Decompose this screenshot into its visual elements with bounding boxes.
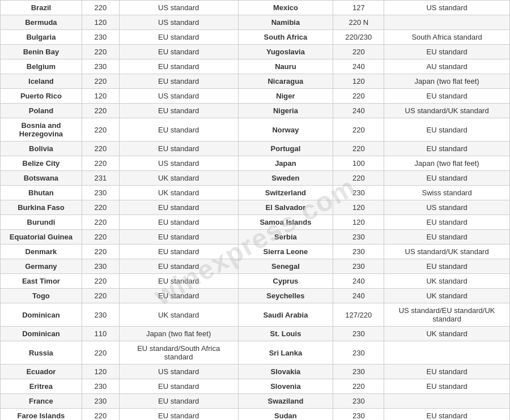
table-cell: Burundi (1, 215, 82, 230)
table-cell: Denmark (1, 245, 82, 259)
table-cell (384, 15, 510, 30)
table-cell: Bermuda (1, 15, 82, 30)
table-cell: EU standard (119, 379, 238, 394)
table-cell: US standard (384, 200, 510, 215)
table-cell: UK standard (119, 186, 238, 200)
table-cell: Nigeria (238, 104, 333, 118)
table-cell: 220 (82, 74, 119, 89)
table-cell: Bosnia and Herzegovina (1, 118, 82, 142)
table-cell: US standard/EU standard/UK standard (384, 303, 510, 327)
table-cell: 220 (82, 118, 119, 142)
table-row: Ecuador120US standardSlovakia230EU stand… (1, 365, 510, 379)
table-cell: 120 (333, 200, 384, 215)
table-cell: Benin Bay (1, 45, 82, 59)
table-cell: 230 (82, 394, 119, 409)
table-row: Belgium230EU standardNauru240AU standard (1, 59, 510, 74)
table-cell: Sierra Leone (238, 245, 333, 259)
table-cell: EU standard (384, 118, 510, 142)
table-cell: UK standard (384, 327, 510, 341)
table-cell: East Timor (1, 274, 82, 289)
table-cell: Togo (1, 289, 82, 303)
table-cell: EU standard (384, 142, 510, 156)
table-cell: Japan (two flat feet) (384, 156, 510, 171)
table-cell: 220 (82, 215, 119, 230)
table-cell: 220 (82, 200, 119, 215)
table-cell: US standard (119, 89, 238, 104)
table-cell: 230 (333, 186, 384, 200)
table-row: Bolivia220EU standardPortugal220EU stand… (1, 142, 510, 156)
table-cell: 220 (333, 45, 384, 59)
table-cell: Swaziland (238, 394, 333, 409)
table-cell: Brazil (1, 1, 82, 15)
table-cell: El Salvador (238, 200, 333, 215)
table-cell: EU standard (384, 171, 510, 186)
table-cell: Serbia (238, 230, 333, 245)
table-cell: 230 (333, 230, 384, 245)
table-cell: Faroe Islands (1, 409, 82, 421)
table-cell: Norway (238, 118, 333, 142)
table-cell: South Africa (238, 30, 333, 45)
table-cell: Niger (238, 89, 333, 104)
table-cell: UK standard (119, 171, 238, 186)
table-cell: Samoa Islands (238, 215, 333, 230)
table-cell: 220 (82, 341, 119, 365)
table-cell: Mexico (238, 1, 333, 15)
table-cell: 100 (333, 156, 384, 171)
table-cell: EU standard (119, 394, 238, 409)
table-cell: 220 (82, 142, 119, 156)
table-cell: EU standard (384, 230, 510, 245)
table-row: Dominican110Japan (two flat feet)St. Lou… (1, 327, 510, 341)
table-cell: 220 (82, 230, 119, 245)
table-cell: 230 (333, 409, 384, 421)
table-cell: Nauru (238, 59, 333, 74)
table-cell: South Africa standard (384, 30, 510, 45)
table-row: Iceland220EU standardNicaragua120Japan (… (1, 74, 510, 89)
table-cell: 120 (333, 215, 384, 230)
table-cell: EU standard (384, 215, 510, 230)
table-row: France230EU standardSwaziland230 (1, 394, 510, 409)
table-cell: Equatorial Guinea (1, 230, 82, 245)
table-cell: EU standard (119, 142, 238, 156)
table-row: Dominican230UK standardSaudi Arabia127/2… (1, 303, 510, 327)
table-cell: 127 (333, 1, 384, 15)
table-row: Bhutan230UK standardSwitzerland230Swiss … (1, 186, 510, 200)
table-row: Burkina Faso220EU standardEl Salvador120… (1, 200, 510, 215)
table-cell: Bulgaria (1, 30, 82, 45)
table-cell: EU standard (119, 409, 238, 421)
table-cell: 220 (82, 104, 119, 118)
table-cell: 230 (82, 303, 119, 327)
table-cell: EU standard (119, 30, 238, 45)
table-cell: Japan (238, 156, 333, 171)
table-cell: 220 (82, 409, 119, 421)
table-cell: Swiss standard (384, 186, 510, 200)
table-cell: Iceland (1, 74, 82, 89)
table-cell: US standard/UK standard (384, 104, 510, 118)
table-cell: 110 (82, 327, 119, 341)
table-cell: EU standard (384, 45, 510, 59)
table-cell: Belize City (1, 156, 82, 171)
voltage-table: Brazil220US standardMexico127US standard… (0, 0, 510, 420)
table-cell (384, 341, 510, 365)
table-cell: EU standard (119, 259, 238, 274)
table-cell: 220 (82, 274, 119, 289)
table-row: Poland220EU standardNigeria240US standar… (1, 104, 510, 118)
table-cell: 220 (333, 142, 384, 156)
table-cell: 120 (82, 89, 119, 104)
table-cell: 220 N (333, 15, 384, 30)
table-row: Eritrea230EU standardSlovenia220EU stand… (1, 379, 510, 394)
table-cell: 230 (333, 365, 384, 379)
table-cell: 240 (333, 59, 384, 74)
table-cell: 230 (82, 30, 119, 45)
table-row: Faroe Islands220EU standardSudan230EU st… (1, 409, 510, 421)
table-cell: Slovakia (238, 365, 333, 379)
table-cell: Bolivia (1, 142, 82, 156)
table-cell: 120 (82, 15, 119, 30)
table-cell: St. Louis (238, 327, 333, 341)
table-cell: US standard (119, 15, 238, 30)
table-cell: EU standard (119, 215, 238, 230)
table-cell: US standard (119, 156, 238, 171)
table-row: Belize City220US standardJapan100Japan (… (1, 156, 510, 171)
table-row: Russia220EU standard/South Africa standa… (1, 341, 510, 365)
table-cell: Dominican (1, 327, 82, 341)
table-row: Puerto Rico120US standardNiger220EU stan… (1, 89, 510, 104)
